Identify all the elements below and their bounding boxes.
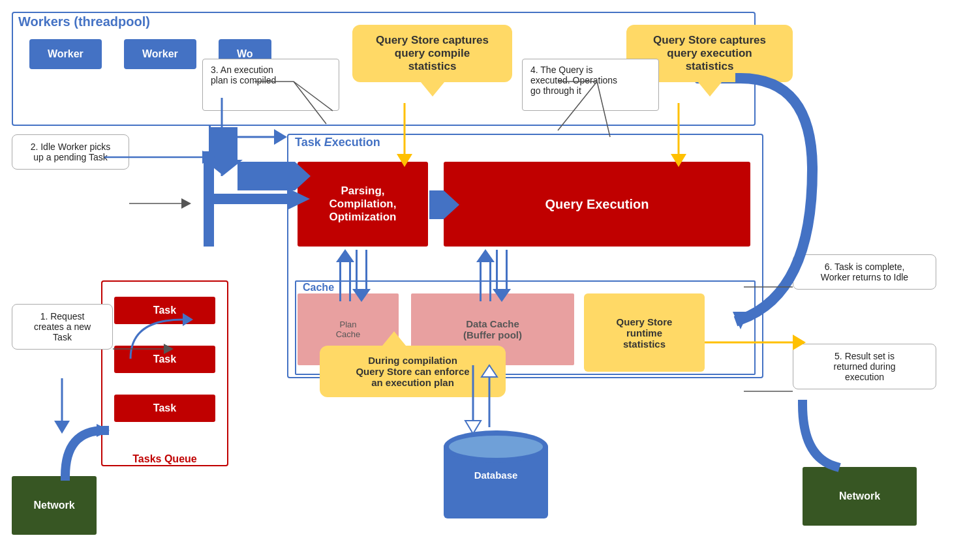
callout-idle-line <box>129 184 194 223</box>
arrow-down-plan-cache <box>352 250 371 302</box>
task-item-3: Task <box>114 395 215 422</box>
svg-marker-10 <box>287 188 310 210</box>
qs-runtime-box: Query Store runtime statistics <box>584 293 705 372</box>
callout-result-line <box>744 375 803 408</box>
arrow-up-data-cache <box>476 250 495 301</box>
query-execution-box: Query Execution <box>444 162 750 247</box>
tasks-queue-label: Tasks Queue <box>101 453 228 465</box>
arrow-down-data-cache <box>493 250 511 302</box>
callout-complete-line <box>744 274 803 307</box>
arrows-cache-to-db <box>457 365 522 440</box>
network-box-left: Network <box>12 476 97 535</box>
worker-1: Worker <box>29 39 102 69</box>
worker-2: Worker <box>124 39 196 69</box>
svg-marker-20 <box>482 365 497 377</box>
callout-request: 1. Request creates a new Task <box>12 304 113 350</box>
arrow-parsing-to-exec <box>429 190 444 219</box>
arrow-compile-down <box>385 103 437 165</box>
workers-label: Workers (threadpool) <box>18 14 150 29</box>
svg-marker-34 <box>164 344 174 354</box>
arrow-request-down <box>42 378 95 437</box>
svg-line-28 <box>597 82 610 137</box>
right-curve-arrow <box>741 39 819 385</box>
svg-line-27 <box>558 82 597 130</box>
step3-connector <box>254 59 385 173</box>
arrow-result-network <box>770 404 835 483</box>
parsing-box: Parsing, Compilation, Optimization <box>298 162 428 247</box>
svg-marker-32 <box>181 198 191 209</box>
step4-connector <box>558 59 688 173</box>
cache-label: Cache <box>303 282 334 293</box>
database-label: Database <box>450 470 542 481</box>
svg-marker-18 <box>465 421 481 434</box>
arrow-up-plan-cache <box>336 250 354 301</box>
svg-marker-30 <box>54 421 70 434</box>
callout-request-line <box>113 336 178 368</box>
